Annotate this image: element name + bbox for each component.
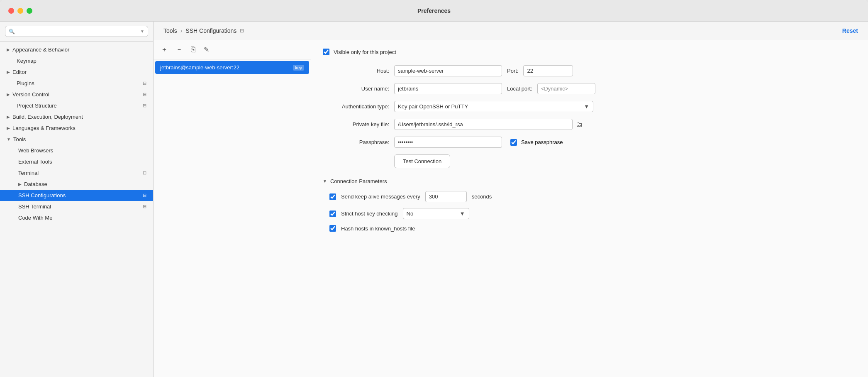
edit-button[interactable]: ✎ <box>202 45 211 54</box>
strict-select-wrapper: No Yes Ask ▼ <box>403 208 469 219</box>
settings-icon: ⊟ <box>143 92 146 97</box>
content-area: 🔍 ▼ ▶ Appearance & Behavior Keymap ▶ <box>0 22 868 377</box>
keep-alive-label: Send keep alive messages every <box>341 193 420 200</box>
connection-params-label: Connection Parameters <box>330 178 387 184</box>
strict-host-label: Strict host key checking <box>341 211 398 217</box>
host-label: Host: <box>323 68 389 74</box>
sidebar-item-ssh-terminal[interactable]: SSH Terminal ⊟ <box>0 201 153 212</box>
sidebar-item-database[interactable]: ▶ Database <box>0 179 153 190</box>
sidebar-item-terminal[interactable]: Terminal ⊟ <box>0 167 153 179</box>
auth-select-wrapper: Key pair OpenSSH or PuTTY Password OpenS… <box>394 101 593 112</box>
username-localport-row: User name: Local port: <box>323 83 856 94</box>
sidebar-item-version-control[interactable]: ▶ Version Control ⊟ <box>0 89 153 100</box>
minimize-button[interactable] <box>17 8 23 14</box>
settings-icon: ⊟ <box>143 204 146 209</box>
traffic-lights <box>8 8 32 14</box>
sidebar-item-appearance[interactable]: ▶ Appearance & Behavior <box>0 44 153 55</box>
config-item-meta: key <box>293 65 304 71</box>
main-content: Tools › SSH Configurations ⊟ Reset ＋ － ⎘… <box>154 22 868 377</box>
passphrase-input[interactable] <box>394 137 502 148</box>
auth-type-select[interactable]: Key pair OpenSSH or PuTTY Password OpenS… <box>394 101 593 112</box>
sidebar-item-label: Database <box>24 181 146 187</box>
private-key-input[interactable] <box>394 119 573 130</box>
settings-icon: ⊟ <box>143 103 146 108</box>
hash-hosts-checkbox[interactable] <box>329 225 336 232</box>
save-passphrase-group: Save passphrase <box>510 139 563 146</box>
passphrase-label: Passphrase: <box>323 139 389 145</box>
settings-icon: ⊟ <box>143 170 146 176</box>
config-item[interactable]: jetbrains@sample-web-server:22 key <box>155 61 309 74</box>
sidebar-item-editor[interactable]: ▶ Editor <box>0 66 153 78</box>
test-connection-button[interactable]: Test Connection <box>394 154 450 168</box>
save-passphrase-label: Save passphrase <box>521 139 563 145</box>
chevron-down-icon: ▼ <box>323 179 327 184</box>
sidebar-item-label: SSH Configurations <box>18 192 143 198</box>
connection-params-section: ▼ Connection Parameters Send keep alive … <box>323 178 856 232</box>
chevron-down-icon: ▼ <box>7 137 11 142</box>
sidebar-item-web-browsers[interactable]: Web Browsers <box>0 145 153 156</box>
breadcrumb-current: SSH Configurations <box>185 27 237 34</box>
toolbar: ＋ － ⎘ ✎ <box>154 40 311 59</box>
reset-button[interactable]: Reset <box>842 27 858 34</box>
section-divider: ▼ Connection Parameters <box>323 178 856 184</box>
sidebar-item-label: Code With Me <box>18 215 146 221</box>
visible-only-checkbox[interactable] <box>323 49 329 55</box>
breadcrumb: Tools › SSH Configurations ⊟ <box>163 27 244 34</box>
sidebar-item-tools[interactable]: ▼ Tools <box>0 134 153 145</box>
port-input[interactable] <box>523 65 573 76</box>
settings-icon: ⊟ <box>143 193 146 198</box>
sidebar-item-label: Build, Execution, Deployment <box>12 114 146 120</box>
sidebar-item-label: Web Browsers <box>18 147 146 154</box>
maximize-button[interactable] <box>27 8 32 14</box>
breadcrumb-parent: Tools <box>163 27 177 34</box>
sidebar-item-label: Tools <box>13 136 146 142</box>
search-input-wrapper[interactable]: 🔍 ▼ <box>5 26 148 37</box>
sidebar-item-label: Version Control <box>12 91 143 98</box>
search-input[interactable] <box>17 28 138 34</box>
close-button[interactable] <box>8 8 14 14</box>
config-item-name: jetbrains@sample-web-server:22 <box>160 64 290 71</box>
private-key-wrapper: 🗂 <box>394 119 584 130</box>
sidebar-item-languages[interactable]: ▶ Languages & Frameworks <box>0 122 153 134</box>
copy-button[interactable]: ⎘ <box>189 44 197 55</box>
sidebar-item-external-tools[interactable]: External Tools <box>0 156 153 167</box>
breadcrumb-separator: › <box>180 27 183 34</box>
sidebar-item-label: Project Structure <box>17 103 143 109</box>
sidebar-item-label: Languages & Frameworks <box>12 125 146 131</box>
keep-alive-input[interactable] <box>425 191 467 202</box>
add-button[interactable]: ＋ <box>159 44 169 55</box>
sidebar-item-project-structure[interactable]: Project Structure ⊟ <box>0 100 153 111</box>
username-input[interactable] <box>394 83 502 94</box>
sidebar-item-label: Editor <box>12 69 146 75</box>
visible-only-row: Visible only for this project <box>323 49 856 55</box>
sidebar-item-plugins[interactable]: Plugins ⊟ <box>0 78 153 89</box>
title-bar: Preferences <box>0 0 868 22</box>
sidebar-item-label: Terminal <box>18 170 143 176</box>
remove-button[interactable]: － <box>174 44 184 55</box>
sidebar-item-code-with-me[interactable]: Code With Me <box>0 212 153 223</box>
search-dropdown-icon: ▼ <box>140 29 144 34</box>
port-label: Port: <box>507 68 518 74</box>
browse-button[interactable]: 🗂 <box>574 119 584 130</box>
breadcrumb-icon: ⊟ <box>240 28 244 34</box>
strict-host-row: Strict host key checking No Yes Ask ▼ <box>323 208 856 219</box>
main-body: ＋ － ⎘ ✎ jetbrains@sample-web-server:22 k… <box>154 40 868 377</box>
hash-hosts-label: Hash hosts in known_hosts file <box>341 225 415 232</box>
sidebar-item-keymap[interactable]: Keymap <box>0 55 153 66</box>
auth-type-label: Authentication type: <box>323 103 389 110</box>
strict-host-checkbox[interactable] <box>329 211 336 217</box>
sidebar-item-ssh-configurations[interactable]: SSH Configurations ⊟ <box>0 190 153 201</box>
username-label: User name: <box>323 86 389 92</box>
save-passphrase-checkbox[interactable] <box>510 139 517 146</box>
chevron-right-icon: ▶ <box>7 47 10 52</box>
sidebar: 🔍 ▼ ▶ Appearance & Behavior Keymap ▶ <box>0 22 154 377</box>
keep-alive-unit: seconds <box>472 193 492 200</box>
sidebar-item-build[interactable]: ▶ Build, Execution, Deployment <box>0 111 153 122</box>
keep-alive-checkbox[interactable] <box>329 193 336 200</box>
strict-host-select[interactable]: No Yes Ask <box>403 208 469 219</box>
chevron-right-icon: ▶ <box>7 126 10 130</box>
config-list: jetbrains@sample-web-server:22 key <box>154 59 311 377</box>
local-port-input[interactable] <box>537 83 595 94</box>
host-input[interactable] <box>394 65 502 76</box>
passphrase-row: Passphrase: Save passphrase <box>323 137 856 148</box>
